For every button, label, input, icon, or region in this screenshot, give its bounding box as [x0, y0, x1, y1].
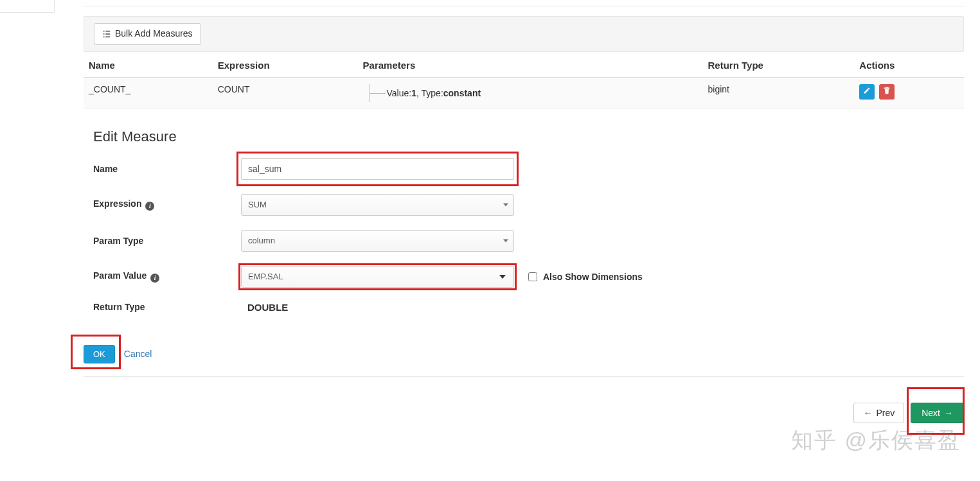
- return-type-value: DOUBLE: [241, 302, 288, 313]
- also-show-dimensions-checkbox[interactable]: [528, 272, 537, 281]
- row-param-type: Param Type column: [93, 230, 954, 252]
- next-button[interactable]: Next →: [911, 403, 964, 423]
- prev-button[interactable]: ← Prev: [853, 403, 904, 423]
- expression-value: SUM: [248, 200, 267, 209]
- bulk-add-label: Bulk Add Measures: [115, 28, 193, 40]
- cell-expression: COUNT: [213, 77, 358, 109]
- svg-rect-4: [103, 36, 105, 37]
- delete-button[interactable]: [879, 84, 895, 100]
- form-footer: OK Cancel: [84, 338, 964, 377]
- name-input[interactable]: [241, 158, 514, 180]
- th-expression: Expression: [213, 52, 358, 78]
- chevron-down-icon: [503, 203, 508, 206]
- ok-button[interactable]: OK: [84, 345, 115, 363]
- th-name: Name: [84, 52, 213, 78]
- param-value: 1: [411, 88, 416, 98]
- th-actions: Actions: [854, 52, 964, 78]
- param-type-value: column: [248, 236, 275, 245]
- label-param-value: Param Value i: [93, 270, 241, 283]
- row-param-value: Param Value i EMP.SAL Also Show Dimensio…: [93, 266, 954, 288]
- chevron-down-icon: [503, 239, 508, 242]
- label-expression: Expression i: [93, 198, 241, 211]
- svg-rect-3: [105, 33, 110, 35]
- watermark: 知乎 @乐侯喜盈: [791, 426, 961, 455]
- param-type-label: , Type:: [416, 88, 443, 98]
- measures-table: Name Expression Parameters Return Type A…: [84, 52, 964, 109]
- chevron-down-icon: [499, 275, 506, 279]
- param-value-text: EMP.SAL: [248, 272, 283, 281]
- arrow-left-icon: ←: [863, 408, 872, 418]
- table-row: _COUNT_ COUNT Value:1, Type:constant big…: [84, 77, 964, 109]
- edit-measure-section: Edit Measure Name Expression i SUM: [84, 109, 964, 313]
- svg-rect-0: [103, 31, 105, 32]
- left-sidebar-stub: [0, 0, 55, 13]
- row-expression: Expression i SUM: [93, 194, 954, 216]
- th-return: Return Type: [702, 52, 854, 78]
- th-parameters: Parameters: [358, 52, 703, 78]
- svg-rect-1: [105, 31, 110, 32]
- pencil-icon: [863, 87, 871, 96]
- svg-rect-5: [105, 36, 110, 37]
- param-type-select[interactable]: column: [241, 230, 514, 252]
- expression-select[interactable]: SUM: [241, 194, 514, 216]
- row-return-type: Return Type DOUBLE: [93, 302, 954, 313]
- param-type: constant: [443, 88, 481, 98]
- param-value-label: Value:: [387, 88, 412, 98]
- svg-rect-2: [103, 33, 105, 35]
- list-icon: [102, 30, 111, 39]
- cell-return-type: bigint: [702, 77, 854, 109]
- nav-footer: ← Prev Next →: [84, 403, 964, 423]
- also-show-dimensions-label: Also Show Dimensions: [543, 272, 643, 282]
- edit-button[interactable]: [859, 84, 875, 100]
- label-name: Name: [93, 164, 241, 174]
- cell-name: _COUNT_: [84, 77, 213, 109]
- bulk-add-measures-button[interactable]: Bulk Add Measures: [94, 23, 201, 45]
- next-label: Next: [922, 408, 940, 418]
- top-divider: [84, 0, 964, 6]
- label-param-type: Param Type: [93, 236, 241, 246]
- edit-measure-title: Edit Measure: [93, 128, 954, 145]
- info-icon[interactable]: i: [145, 202, 154, 211]
- row-name: Name: [93, 158, 954, 180]
- arrow-right-icon: →: [944, 408, 953, 418]
- label-return-type: Return Type: [93, 302, 241, 312]
- cell-parameters: Value:1, Type:constant: [358, 77, 703, 109]
- info-icon[interactable]: i: [150, 274, 159, 283]
- trash-icon: [883, 87, 891, 96]
- cancel-button[interactable]: Cancel: [124, 349, 152, 359]
- measures-toolbar-panel: Bulk Add Measures: [84, 16, 964, 52]
- cell-actions: [854, 77, 964, 109]
- param-value-select[interactable]: EMP.SAL: [241, 266, 514, 288]
- prev-label: Prev: [876, 408, 895, 418]
